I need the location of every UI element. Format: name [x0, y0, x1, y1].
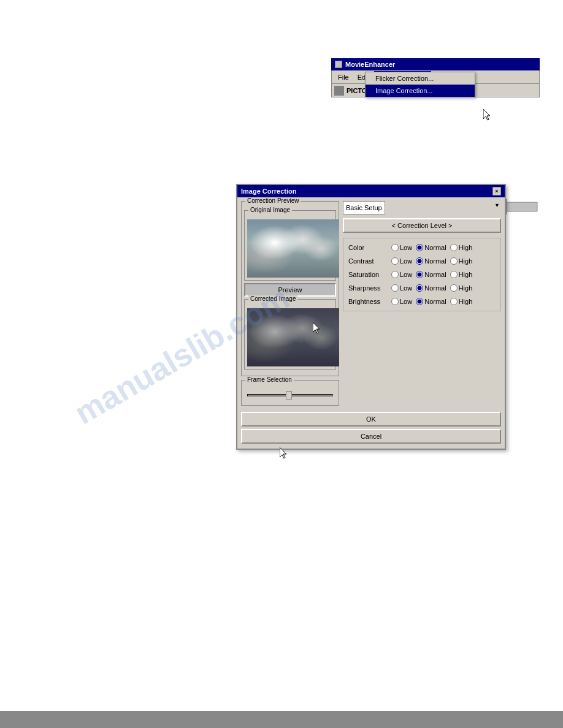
correction-level-button[interactable]: < Correction Level > — [343, 218, 501, 233]
contrast-high-radio[interactable] — [450, 257, 458, 265]
color-normal[interactable]: Normal — [416, 244, 446, 251]
frame-slider-track[interactable] — [247, 394, 333, 396]
color-radio-group: Low Normal High — [391, 244, 472, 251]
correction-settings: Color Low Normal High — [343, 238, 501, 311]
app-title: MovieEnhancer — [345, 61, 395, 68]
preview-button[interactable]: Preview — [244, 283, 336, 297]
sharpness-high[interactable]: High — [450, 284, 473, 292]
dropdown-menu: Flicker Correction... Image Correction..… — [365, 72, 475, 97]
dialog-body: Correction Preview Original Image Previe… — [237, 197, 505, 409]
app-titlebar: MovieEnhancer — [331, 58, 540, 70]
brightness-setting-row: Brightness Low Normal High — [348, 295, 496, 308]
saturation-low-radio[interactable] — [391, 271, 399, 278]
color-normal-radio[interactable] — [416, 244, 423, 251]
original-image-preview — [247, 219, 339, 278]
sharpness-radio-group: Low Normal High — [391, 284, 472, 292]
color-low[interactable]: Low — [391, 244, 412, 251]
contrast-setting-row: Contrast Low Normal High — [348, 254, 496, 268]
contrast-normal[interactable]: Normal — [416, 257, 446, 265]
brightness-normal[interactable]: Normal — [416, 298, 446, 305]
contrast-low[interactable]: Low — [391, 257, 412, 265]
frame-slider-thumb[interactable] — [286, 391, 292, 400]
right-panel: Basic Setup < Correction Level > Color L… — [343, 201, 501, 406]
saturation-high[interactable]: High — [450, 271, 473, 278]
contrast-label: Contrast — [348, 257, 391, 265]
saturation-label: Saturation — [348, 271, 391, 278]
color-label: Color — [348, 244, 391, 251]
saturation-setting-row: Saturation Low Normal High — [348, 268, 496, 281]
left-panel: Correction Preview Original Image Previe… — [241, 201, 339, 406]
color-setting-row: Color Low Normal High — [348, 241, 496, 254]
contrast-low-radio[interactable] — [391, 257, 399, 265]
frame-selection-group: Frame Selection — [241, 380, 339, 406]
menu-file[interactable]: File — [334, 71, 353, 83]
sharpness-setting-row: Sharpness Low Normal High — [348, 281, 496, 295]
brightness-high-radio[interactable] — [450, 298, 458, 305]
original-image-title: Original Image — [248, 207, 292, 213]
original-image-group: Original Image — [244, 210, 336, 281]
saturation-high-radio[interactable] — [450, 271, 458, 278]
setup-row: Basic Setup — [343, 201, 501, 214]
sharpness-high-radio[interactable] — [450, 284, 458, 292]
contrast-normal-radio[interactable] — [416, 257, 423, 265]
sharpness-normal-radio[interactable] — [416, 284, 423, 292]
brightness-high[interactable]: High — [450, 298, 473, 305]
correction-preview-group: Correction Preview Original Image Previe… — [241, 201, 339, 376]
brightness-label: Brightness — [348, 298, 391, 305]
dropdown-image-correction[interactable]: Image Correction... — [366, 85, 475, 97]
brightness-normal-radio[interactable] — [416, 298, 423, 305]
toolbar-label: PICTO — [347, 87, 367, 94]
saturation-normal[interactable]: Normal — [416, 271, 446, 278]
correction-preview-title: Correction Preview — [245, 197, 301, 204]
original-image-content — [247, 219, 339, 278]
brightness-low[interactable]: Low — [391, 298, 412, 305]
color-high[interactable]: High — [450, 244, 473, 251]
bottom-bar — [0, 711, 563, 728]
setup-select[interactable]: Basic Setup — [343, 201, 385, 214]
svg-marker-1 — [507, 202, 537, 211]
color-high-radio[interactable] — [450, 244, 458, 251]
frame-selection-title: Frame Selection — [245, 376, 294, 383]
saturation-low[interactable]: Low — [391, 271, 412, 278]
contrast-radio-group: Low Normal High — [391, 257, 472, 265]
dialog-titlebar: Image Correction × — [237, 185, 505, 197]
arrow-annotation — [500, 196, 543, 219]
dialog-title: Image Correction — [241, 188, 296, 195]
corrected-image-title: Corrected Image — [248, 295, 297, 302]
ok-button[interactable]: OK — [241, 412, 501, 427]
corrected-image-content — [247, 308, 339, 366]
contrast-high[interactable]: High — [450, 257, 473, 265]
dialog-footer: OK Cancel — [237, 409, 505, 449]
image-correction-dialog: Image Correction × Correction Preview Or… — [236, 184, 506, 450]
brightness-low-radio[interactable] — [391, 298, 399, 305]
dropdown-flicker[interactable]: Flicker Correction... — [366, 72, 475, 85]
color-low-radio[interactable] — [391, 244, 399, 251]
cancel-button[interactable]: Cancel — [241, 429, 501, 444]
sharpness-normal[interactable]: Normal — [416, 284, 446, 292]
app-icon — [335, 61, 342, 68]
corrected-image-preview — [247, 308, 339, 366]
sharpness-label: Sharpness — [348, 284, 391, 292]
dialog-close-button[interactable]: × — [492, 187, 501, 195]
corrected-image-group: Corrected Image — [244, 299, 336, 370]
saturation-normal-radio[interactable] — [416, 271, 423, 278]
setup-select-wrapper[interactable]: Basic Setup — [343, 201, 501, 214]
sharpness-low-radio[interactable] — [391, 284, 399, 292]
brightness-radio-group: Low Normal High — [391, 298, 472, 305]
sharpness-low[interactable]: Low — [391, 284, 412, 292]
saturation-radio-group: Low Normal High — [391, 271, 472, 278]
toolbar-icon — [334, 86, 344, 96]
